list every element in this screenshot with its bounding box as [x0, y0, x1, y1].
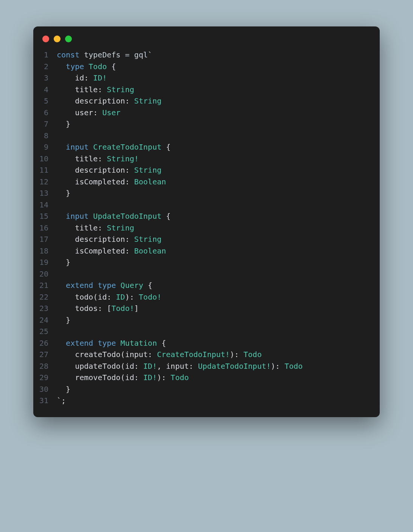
code-line[interactable]: 14	[33, 199, 380, 211]
line-number: 1	[33, 49, 57, 61]
code-line[interactable]: 24 }	[33, 314, 380, 326]
code-line[interactable]: 25	[33, 326, 380, 337]
line-number: 4	[33, 84, 57, 96]
code-content: removeTodo(id: ID!): Todo	[57, 372, 189, 384]
line-number: 20	[33, 268, 57, 280]
code-line[interactable]: 22 todo(id: ID): Todo!	[33, 291, 380, 303]
line-number: 14	[33, 199, 57, 211]
code-line[interactable]: 27 createTodo(input: CreateTodoInput!): …	[33, 349, 380, 360]
code-content: extend type Query {	[57, 280, 152, 291]
code-content: title: String	[57, 222, 134, 234]
code-content: updateTodo(id: ID!, input: UpdateTodoInp…	[57, 360, 303, 372]
line-number: 8	[33, 130, 57, 142]
code-line[interactable]: 16 title: String	[33, 222, 380, 234]
code-content: }	[57, 187, 70, 199]
code-content: title: String!	[57, 153, 139, 165]
code-content: title: String	[57, 84, 134, 96]
close-icon[interactable]	[42, 36, 49, 42]
window-titlebar	[33, 26, 380, 46]
code-content: description: String	[57, 164, 161, 176]
code-line[interactable]: 13 }	[33, 187, 380, 199]
code-line[interactable]: 26 extend type Mutation {	[33, 337, 380, 349]
line-number: 23	[33, 303, 57, 314]
line-number: 31	[33, 395, 57, 407]
maximize-icon[interactable]	[65, 36, 72, 42]
code-line[interactable]: 31`;	[33, 395, 380, 407]
line-number: 13	[33, 187, 57, 199]
line-number: 2	[33, 61, 57, 73]
line-number: 28	[33, 360, 57, 372]
code-content: description: String	[57, 95, 161, 107]
code-content: isCompleted: Boolean	[57, 245, 166, 257]
code-content: id: ID!	[57, 72, 107, 84]
code-content: createTodo(input: CreateTodoInput!): Tod…	[57, 349, 262, 360]
code-content: }	[57, 314, 70, 326]
line-number: 24	[33, 314, 57, 326]
minimize-icon[interactable]	[54, 36, 61, 42]
line-number: 18	[33, 245, 57, 257]
line-number: 5	[33, 95, 57, 107]
code-content: todo(id: ID): Todo!	[57, 291, 161, 303]
code-line[interactable]: 6 user: User	[33, 107, 380, 119]
code-content: type Todo {	[57, 61, 116, 73]
line-number: 11	[33, 164, 57, 176]
code-line[interactable]: 11 description: String	[33, 164, 380, 176]
line-number: 10	[33, 153, 57, 165]
line-number: 21	[33, 280, 57, 291]
code-window: 1const typeDefs = gql`2 type Todo {3 id:…	[33, 26, 380, 417]
code-line[interactable]: 23 todos: [Todo!]	[33, 303, 380, 314]
code-content: extend type Mutation {	[57, 337, 166, 349]
line-number: 25	[33, 326, 57, 337]
line-number: 27	[33, 349, 57, 360]
line-number: 22	[33, 291, 57, 303]
code-line[interactable]: 9 input CreateTodoInput {	[33, 141, 380, 153]
line-number: 15	[33, 210, 57, 222]
code-line[interactable]: 2 type Todo {	[33, 61, 380, 73]
code-line[interactable]: 12 isCompleted: Boolean	[33, 176, 380, 188]
code-line[interactable]: 18 isCompleted: Boolean	[33, 245, 380, 257]
code-content: input CreateTodoInput {	[57, 141, 171, 153]
line-number: 26	[33, 337, 57, 349]
line-number: 9	[33, 141, 57, 153]
line-number: 7	[33, 118, 57, 130]
code-line[interactable]: 3 id: ID!	[33, 72, 380, 84]
code-content: isCompleted: Boolean	[57, 176, 166, 188]
code-content: }	[57, 118, 70, 130]
code-content: const typeDefs = gql`	[57, 49, 152, 61]
code-line[interactable]: 8	[33, 130, 380, 142]
code-content: description: String	[57, 234, 161, 245]
code-line[interactable]: 4 title: String	[33, 84, 380, 96]
line-number: 3	[33, 72, 57, 84]
line-number: 12	[33, 176, 57, 188]
code-content: todos: [Todo!]	[57, 303, 139, 314]
code-content: }	[57, 384, 70, 395]
code-line[interactable]: 17 description: String	[33, 234, 380, 245]
line-number: 30	[33, 384, 57, 395]
code-editor[interactable]: 1const typeDefs = gql`2 type Todo {3 id:…	[33, 46, 380, 407]
code-line[interactable]: 20	[33, 268, 380, 280]
line-number: 16	[33, 222, 57, 234]
code-line[interactable]: 21 extend type Query {	[33, 280, 380, 291]
code-line[interactable]: 19 }	[33, 257, 380, 268]
code-line[interactable]: 5 description: String	[33, 95, 380, 107]
code-line[interactable]: 29 removeTodo(id: ID!): Todo	[33, 372, 380, 384]
line-number: 17	[33, 234, 57, 245]
code-line[interactable]: 7 }	[33, 118, 380, 130]
line-number: 6	[33, 107, 57, 119]
code-line[interactable]: 28 updateTodo(id: ID!, input: UpdateTodo…	[33, 360, 380, 372]
code-line[interactable]: 30 }	[33, 384, 380, 395]
code-content: `;	[57, 395, 66, 407]
line-number: 29	[33, 372, 57, 384]
code-line[interactable]: 15 input UpdateTodoInput {	[33, 210, 380, 222]
code-line[interactable]: 10 title: String!	[33, 153, 380, 165]
line-number: 19	[33, 257, 57, 268]
code-content: }	[57, 257, 70, 268]
code-line[interactable]: 1const typeDefs = gql`	[33, 49, 380, 61]
code-content: input UpdateTodoInput {	[57, 210, 171, 222]
code-content: user: User	[57, 107, 121, 119]
